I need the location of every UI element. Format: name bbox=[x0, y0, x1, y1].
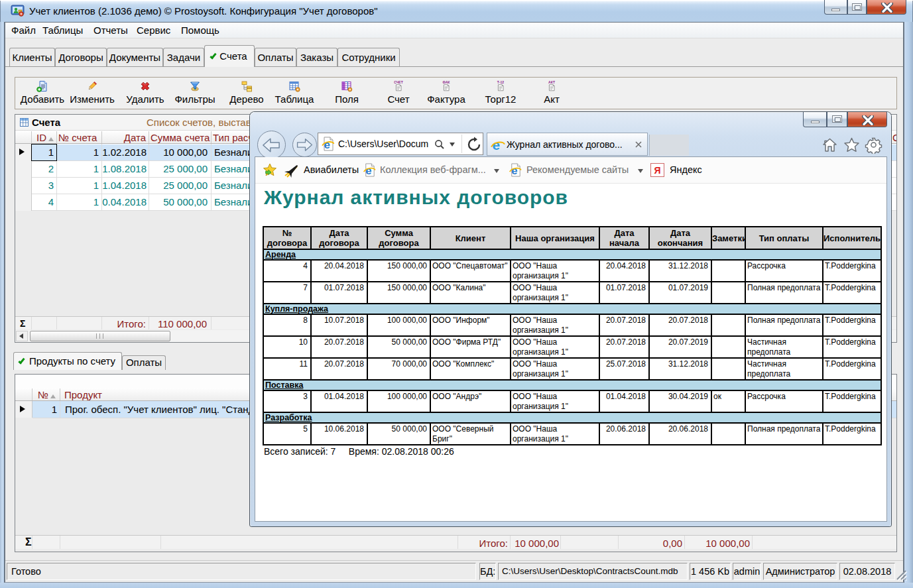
svg-text:АКТ: АКТ bbox=[548, 80, 556, 84]
svg-text:СЧЕТ: СЧЕТ bbox=[394, 80, 403, 84]
svg-text:e: e bbox=[365, 164, 371, 177]
svg-text:ФАК: ФАК bbox=[443, 80, 451, 84]
svg-text:e: e bbox=[324, 139, 330, 151]
svg-text:Т-12: Т-12 bbox=[497, 80, 505, 84]
svg-text:e: e bbox=[511, 164, 517, 177]
